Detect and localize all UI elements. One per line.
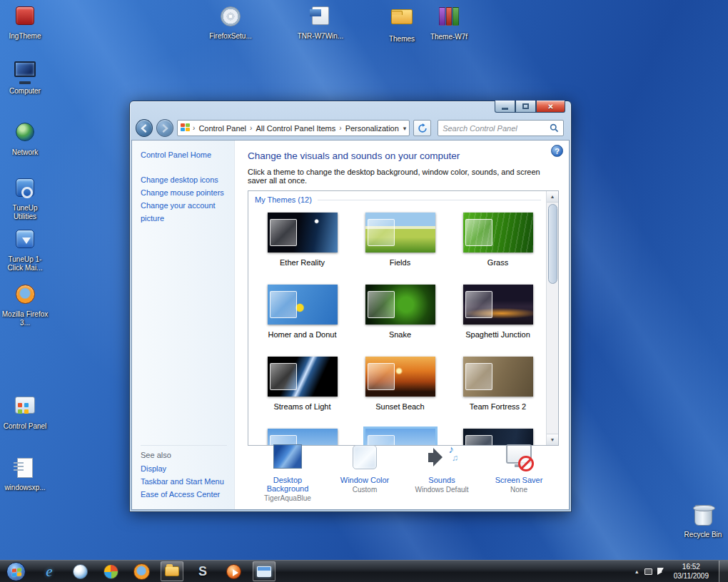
option-value: None — [483, 486, 555, 494]
desktop-icon-recycle-bin[interactable]: Recycle Bin — [679, 504, 727, 539]
option-label: Desktop Background — [252, 476, 323, 493]
media-app-icon — [226, 564, 241, 579]
taskbar-button-media-player[interactable] — [69, 561, 91, 581]
theme-item-ether-reality[interactable]: Ether Reality — [253, 205, 351, 277]
theme-item-fields[interactable]: Fields — [351, 205, 449, 277]
cd-icon — [217, 6, 244, 31]
refresh-button[interactable] — [413, 120, 431, 136]
page-subtitle: Click a theme to change the desktop back… — [248, 168, 559, 185]
breadcrumb-separator-icon: › — [193, 124, 195, 132]
search-placeholder: Search Control Panel — [443, 124, 517, 133]
taskbar-button-media-app[interactable] — [222, 561, 245, 581]
sidebar-item-change-account-picture[interactable]: Change your account picture — [141, 199, 230, 225]
search-icon — [550, 123, 559, 133]
aero-glass-preview — [270, 219, 297, 246]
theme-item-sunset-beach[interactable]: Sunset Beach — [351, 349, 449, 422]
desktop-icon-tuneup-oneclick[interactable]: TuneUp 1-Click Mai... — [1, 227, 49, 272]
scrollbar-thumb[interactable] — [548, 204, 557, 284]
breadcrumb-personalization[interactable]: Personalization — [344, 124, 400, 133]
theme-item-snake[interactable]: Snake — [351, 277, 449, 349]
tray-network-icon[interactable] — [644, 568, 652, 575]
sidebar-item-change-desktop-icons[interactable]: Change desktop icons — [141, 173, 230, 186]
theme-item-spaghetti-junction[interactable]: Spaghetti Junction — [449, 277, 547, 349]
theme-name: Spaghetti Junction — [449, 330, 547, 339]
breadcrumb[interactable]: › Control Panel › All Control Panel Item… — [177, 120, 410, 136]
icon-label: Theme-W7f — [425, 33, 472, 41]
computer-icon — [11, 61, 39, 86]
group-label: My Themes (12) — [255, 195, 312, 204]
desktop: FirefoxSetu... TNR-W7Win... Themes Theme… — [0, 0, 728, 582]
maximize-button[interactable] — [515, 101, 536, 113]
sidebar-item-display[interactable]: Display — [141, 462, 227, 475]
desktop-icon-themes-folder[interactable]: Themes — [378, 4, 425, 44]
sidebar-item-change-mouse-pointers[interactable]: Change mouse pointers — [141, 186, 230, 199]
option-value: Windows Default — [406, 486, 477, 494]
desktop-icon-tnr-w7win[interactable]: TNR-W7Win... — [297, 4, 344, 41]
theme-item-streams-of-light[interactable]: Streams of Light — [253, 349, 351, 422]
desktop-icon-ingtheme[interactable]: IngTheme — [1, 4, 49, 41]
window-color-button[interactable]: Window Color Custom — [329, 441, 400, 502]
icon-label: FirefoxSetu... — [207, 32, 254, 41]
screen-saver-button[interactable]: Screen Saver None — [483, 441, 555, 502]
theme-item-homer-and-a-donut[interactable]: Homer and a Donut — [253, 277, 351, 349]
search-box[interactable]: Search Control Panel — [438, 120, 564, 136]
breadcrumb-separator-icon: › — [339, 124, 341, 132]
desktop-icon-network[interactable]: Network — [1, 120, 49, 157]
sidebar-item-ease-of-access[interactable]: Ease of Access Center — [141, 488, 227, 501]
start-button[interactable] — [6, 562, 26, 581]
breadcrumb-control-panel[interactable]: Control Panel — [197, 124, 248, 133]
theme-item-grass[interactable]: Grass — [449, 205, 547, 277]
taskbar-clock[interactable]: 16:52 03/11/2009 — [669, 562, 714, 581]
close-button[interactable]: ✕ — [536, 101, 565, 113]
taskbar-button-internet-explorer[interactable]: e — [38, 561, 61, 581]
theme-thumbnail — [365, 285, 435, 325]
taskbar-button-firefox[interactable] — [130, 561, 153, 581]
show-desktop-button[interactable] — [719, 561, 728, 582]
help-button[interactable]: ? — [551, 145, 563, 157]
maximize-icon — [522, 103, 529, 109]
themes-scrollbar[interactable]: ▲ ▼ — [546, 191, 558, 445]
theme-thumbnail — [268, 213, 338, 252]
sidebar-item-control-panel-home[interactable]: Control Panel Home — [141, 150, 230, 159]
windows-flag-icon — [12, 568, 21, 576]
breadcrumb-separator-icon: › — [250, 124, 252, 132]
desktop-icon-theme-archive[interactable]: Theme-W7f — [425, 4, 472, 41]
help-icon: ? — [555, 147, 560, 155]
desktop-icon-firefox-setup[interactable]: FirefoxSetu... — [207, 4, 254, 41]
media-player-icon — [73, 564, 88, 579]
sidebar-item-taskbar-start-menu[interactable]: Taskbar and Start Menu — [141, 475, 227, 488]
minimize-icon — [502, 108, 508, 110]
taskbar-button-s-app[interactable]: S — [191, 561, 214, 581]
icon-label: Computer — [1, 87, 49, 96]
taskbar-button-active-window[interactable] — [253, 561, 275, 581]
taskbar-button-explorer[interactable] — [161, 561, 183, 581]
sounds-button[interactable]: ♪♫ Sounds Windows Default — [406, 441, 477, 502]
tray-action-center-icon[interactable] — [657, 568, 664, 575]
option-label: Screen Saver — [483, 476, 555, 484]
option-value: Custom — [329, 486, 400, 494]
tray-expand-icon[interactable]: ▲ — [635, 569, 639, 574]
clock-date: 03/11/2009 — [674, 571, 709, 581]
theme-settings-row: Desktop Background TigerAquaBlue Window … — [248, 441, 559, 502]
taskbar-button-windows-live[interactable] — [99, 561, 122, 581]
scroll-up-button[interactable]: ▲ — [547, 191, 558, 203]
icon-label: TuneUp 1-Click Mai... — [1, 255, 49, 272]
window-titlebar[interactable]: ✕ — [130, 101, 571, 116]
window-color-icon — [348, 441, 381, 473]
s-app-icon: S — [198, 564, 207, 579]
back-button[interactable] — [136, 119, 153, 137]
desktop-icon-windowsxp-doc[interactable]: windowsxp... — [1, 456, 49, 492]
group-divider — [318, 200, 541, 200]
close-icon: ✕ — [547, 103, 553, 111]
breadcrumb-dropdown-icon[interactable]: ▾ — [403, 125, 407, 132]
desktop-icon-control-panel[interactable]: Control Panel — [1, 394, 49, 431]
desktop-icon-firefox[interactable]: Mozilla Firefox 3... — [1, 282, 49, 327]
breadcrumb-all-items[interactable]: All Control Panel Items — [254, 124, 337, 133]
forward-button[interactable] — [156, 119, 173, 137]
desktop-icon-tuneup-utilities[interactable]: TuneUp Utilities — [1, 175, 49, 221]
refresh-icon — [418, 123, 428, 133]
desktop-icon-computer[interactable]: Computer — [1, 60, 49, 96]
desktop-background-button[interactable]: Desktop Background TigerAquaBlue — [252, 441, 323, 502]
minimize-button[interactable] — [495, 101, 515, 113]
theme-item-team-fortress-2[interactable]: Team Fortress 2 — [449, 349, 547, 422]
